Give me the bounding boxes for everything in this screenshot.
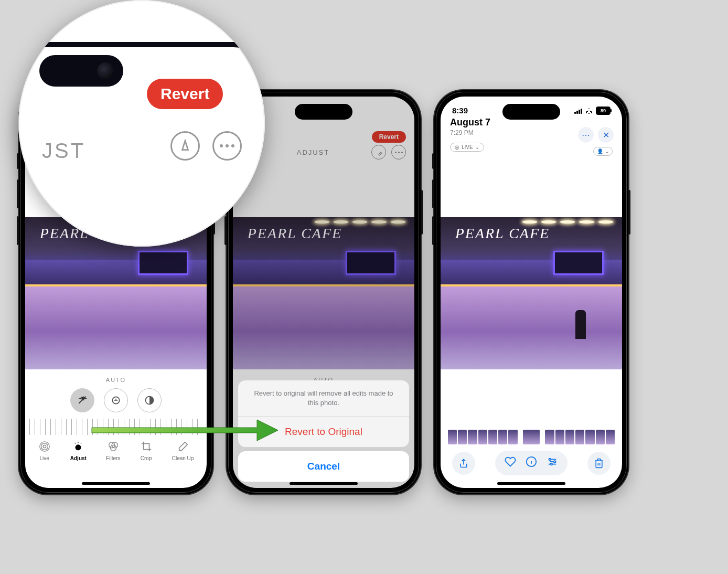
close-button[interactable]: ✕	[598, 127, 614, 143]
dynamic-island	[502, 104, 560, 120]
thumbnail-strip[interactable]	[441, 424, 622, 451]
svg-point-12	[549, 459, 551, 461]
live-icon	[38, 440, 51, 453]
svg-point-5	[75, 443, 76, 444]
tab-adjust[interactable]: Adjust	[70, 440, 87, 461]
tab-label: Filters	[106, 455, 120, 461]
more-icon-zoom[interactable]	[212, 131, 242, 161]
svg-point-6	[78, 442, 79, 443]
tab-live[interactable]: Live	[38, 440, 51, 461]
home-indicator[interactable]	[82, 482, 150, 485]
info-button[interactable]	[526, 456, 537, 470]
svg-point-14	[550, 463, 552, 465]
people-badge[interactable]: 👤 ⌄	[593, 147, 613, 156]
status-time: 8:39	[452, 106, 468, 115]
brilliance-button[interactable]	[137, 388, 162, 412]
phone-frame-3: 8:39 89 August 7 7:29 PM ⋯ ✕ ◎ LIVE ⌄ 👤 …	[434, 90, 628, 494]
share-button[interactable]	[452, 452, 475, 475]
section-label-zoom: JST	[42, 139, 85, 163]
person-silhouette	[575, 310, 586, 339]
battery-icon: 89	[596, 107, 611, 115]
photo-view[interactable]: PEARL CAFE	[441, 217, 622, 369]
svg-point-4	[76, 444, 81, 450]
wifi-icon	[585, 108, 593, 114]
photo-sign-text: PEARL CAFE	[455, 225, 550, 242]
instruction-arrow	[89, 414, 283, 448]
screen-3: 8:39 89 August 7 7:29 PM ⋯ ✕ ◎ LIVE ⌄ 👤 …	[441, 97, 622, 488]
tab-label: Crop	[141, 455, 152, 461]
tab-label: Clean Up	[172, 455, 194, 461]
exposure-button[interactable]	[104, 388, 128, 412]
tab-label: Live	[39, 455, 49, 461]
svg-point-2	[41, 443, 48, 450]
auto-label: AUTO	[25, 369, 207, 388]
zoom-callout: Revert JST	[18, 0, 265, 247]
adjust-icon	[72, 440, 84, 453]
svg-point-13	[554, 461, 556, 463]
live-badge[interactable]: ◎ LIVE ⌄	[450, 143, 484, 152]
tab-label: Adjust	[70, 455, 87, 461]
home-indicator[interactable]	[290, 482, 358, 485]
edit-button[interactable]	[547, 456, 558, 470]
auto-enhance-button[interactable]	[70, 388, 94, 412]
cellular-icon	[574, 108, 582, 114]
home-indicator[interactable]	[497, 482, 565, 485]
sheet-cancel-button[interactable]: Cancel	[238, 451, 409, 482]
dynamic-island-zoom	[39, 55, 123, 87]
favorite-button[interactable]	[505, 456, 516, 470]
markup-icon-zoom[interactable]	[170, 131, 200, 161]
sheet-message: Revert to original will remove all edits…	[238, 380, 409, 417]
svg-point-1	[43, 445, 46, 448]
delete-button[interactable]	[587, 452, 611, 475]
svg-point-7	[81, 443, 82, 444]
more-menu-button[interactable]: ⋯	[578, 127, 594, 143]
revert-button-zoom[interactable]: Revert	[147, 79, 223, 109]
